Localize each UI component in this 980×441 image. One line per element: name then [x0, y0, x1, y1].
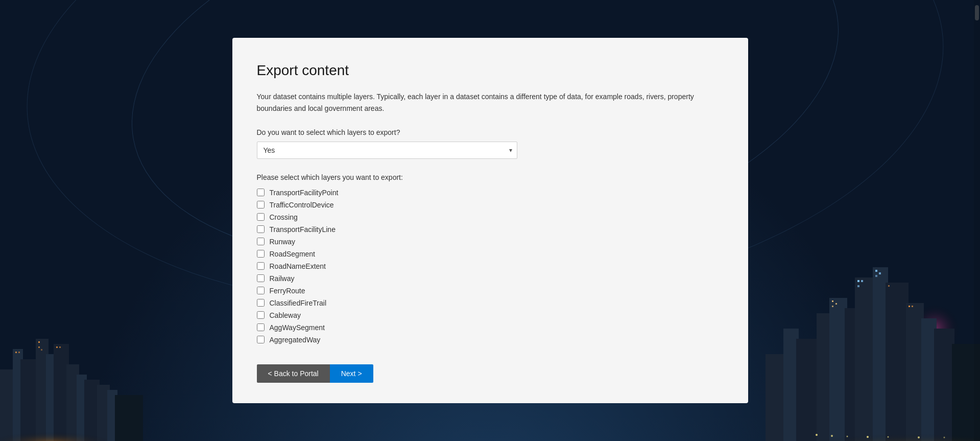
- button-row: < Back to Portal Next >: [257, 364, 724, 383]
- layer-checkbox-trafficcontroldevice[interactable]: [257, 201, 265, 208]
- layer-checkbox-transportfacilitypoint[interactable]: [257, 189, 265, 196]
- layers-select[interactable]: Yes No: [257, 142, 517, 159]
- layer-checkbox-cableway[interactable]: [257, 311, 265, 319]
- scrollbar-thumb[interactable]: [975, 5, 979, 20]
- list-item: RoadNameExtent: [257, 262, 724, 270]
- description-text: Your dataset contains multiple layers. T…: [257, 91, 716, 114]
- layer-label-roadnameextent[interactable]: RoadNameExtent: [270, 262, 326, 270]
- list-item: TrafficControlDevice: [257, 201, 724, 209]
- list-item: Cableway: [257, 311, 724, 319]
- list-item: RoadSegment: [257, 250, 724, 258]
- layers-select-wrapper: Yes No ▾: [257, 142, 517, 159]
- list-item: Runway: [257, 238, 724, 246]
- modal-overlay: Export content Your dataset contains mul…: [0, 0, 980, 441]
- layer-checkbox-transportfacilityline[interactable]: [257, 225, 265, 233]
- list-item: TransportFacilityLine: [257, 225, 724, 234]
- layer-label-aggwaysegment[interactable]: AggWaySegment: [270, 323, 325, 332]
- layer-label-cableway[interactable]: Cableway: [270, 311, 301, 319]
- list-item: Railway: [257, 274, 724, 283]
- scrollbar[interactable]: [974, 0, 980, 441]
- layer-checkbox-aggregatedway[interactable]: [257, 336, 265, 343]
- layer-checkbox-roadsegment[interactable]: [257, 250, 265, 258]
- layer-label-runway[interactable]: Runway: [270, 238, 296, 246]
- layer-checkbox-roadnameextent[interactable]: [257, 262, 265, 270]
- layer-checkbox-aggwaysegment[interactable]: [257, 323, 265, 331]
- layer-checkbox-ferryroute[interactable]: [257, 287, 265, 294]
- question-label: Do you want to select which layers to ex…: [257, 128, 724, 136]
- list-item: AggregatedWay: [257, 336, 724, 344]
- layer-checkbox-runway[interactable]: [257, 238, 265, 245]
- layer-checkbox-crossing[interactable]: [257, 213, 265, 221]
- layer-checkbox-railway[interactable]: [257, 274, 265, 282]
- layers-checkbox-list: TransportFacilityPointTrafficControlDevi…: [257, 189, 724, 344]
- list-item: TransportFacilityPoint: [257, 189, 724, 197]
- layer-label-crossing[interactable]: Crossing: [270, 213, 298, 221]
- layer-label-trafficcontroldevice[interactable]: TrafficControlDevice: [270, 201, 334, 209]
- layers-label: Please select which layers you want to e…: [257, 173, 724, 181]
- list-item: Crossing: [257, 213, 724, 221]
- layer-label-transportfacilityline[interactable]: TransportFacilityLine: [270, 225, 336, 234]
- layer-label-classifiedfiretrail[interactable]: ClassifiedFireTrail: [270, 299, 327, 307]
- back-to-portal-button[interactable]: < Back to Portal: [257, 364, 330, 383]
- layer-label-roadsegment[interactable]: RoadSegment: [270, 250, 316, 258]
- next-button[interactable]: Next >: [330, 364, 373, 383]
- modal: Export content Your dataset contains mul…: [232, 38, 748, 403]
- page-title: Export content: [257, 62, 724, 79]
- list-item: ClassifiedFireTrail: [257, 299, 724, 307]
- list-item: FerryRoute: [257, 287, 724, 295]
- layer-checkbox-classifiedfiretrail[interactable]: [257, 299, 265, 307]
- layer-label-transportfacilitypoint[interactable]: TransportFacilityPoint: [270, 189, 339, 197]
- layer-label-ferryroute[interactable]: FerryRoute: [270, 287, 305, 295]
- list-item: AggWaySegment: [257, 323, 724, 332]
- layer-label-aggregatedway[interactable]: AggregatedWay: [270, 336, 321, 344]
- layer-label-railway[interactable]: Railway: [270, 274, 295, 283]
